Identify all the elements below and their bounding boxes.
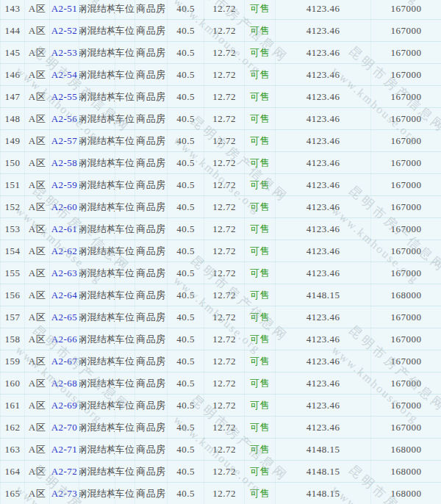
unit-link[interactable]: A2-73	[50, 483, 79, 504]
usage: 车位	[115, 130, 135, 151]
unit-price: 4123.46	[276, 130, 371, 151]
unit-link[interactable]: A2-66	[50, 328, 79, 350]
unit-link[interactable]: A2-54	[50, 64, 79, 85]
row-index: 150	[0, 152, 25, 173]
sale-status: 可售	[245, 395, 276, 416]
inner-area: 12.72	[204, 130, 245, 151]
unit-price: 4123.46	[276, 20, 371, 41]
unit-link[interactable]: A2-55	[50, 86, 79, 107]
unit-price: 4148.15	[276, 439, 371, 460]
inner-area: 12.72	[204, 0, 245, 19]
usage: 车位	[115, 350, 135, 372]
area: 40.5	[168, 306, 204, 328]
area: 40.5	[168, 240, 204, 262]
unit-link[interactable]: A2-64	[50, 284, 79, 306]
table-row: 143A区A2-51钢混结构车位商品房40.512.72可售4123.46167…	[0, 0, 441, 20]
area: 40.5	[168, 0, 204, 19]
unit-link[interactable]: A2-69	[50, 395, 79, 416]
unit-link[interactable]: A2-63	[50, 262, 79, 284]
zone: A区	[25, 439, 50, 460]
unit-price: 4148.15	[276, 461, 371, 482]
unit-link[interactable]: A2-70	[50, 417, 79, 438]
unit-link[interactable]: A2-58	[50, 152, 79, 173]
unit-link[interactable]: A2-67	[50, 350, 79, 372]
usage: 车位	[115, 240, 135, 262]
structure: 钢混结构	[79, 284, 115, 306]
inner-area: 12.72	[204, 240, 245, 262]
table-row: 165A区A2-73钢混结构车位商品房40.512.72可售4148.15168…	[0, 483, 441, 504]
row-index: 158	[0, 328, 25, 350]
property-type: 商品房	[135, 240, 168, 262]
zone: A区	[25, 417, 50, 438]
sale-status: 可售	[245, 130, 276, 151]
inner-area: 12.72	[204, 439, 245, 460]
sale-status: 可售	[245, 439, 276, 460]
unit-price: 4123.46	[276, 64, 371, 85]
unit-price: 4123.46	[276, 372, 371, 394]
zone: A区	[25, 42, 50, 63]
zone: A区	[25, 262, 50, 284]
total-price: 167000	[371, 240, 441, 262]
property-type: 商品房	[135, 350, 168, 372]
table-row: 162A区A2-70钢混结构车位商品房40.512.72可售4123.46167…	[0, 417, 441, 439]
zone: A区	[25, 86, 50, 107]
unit-link[interactable]: A2-53	[50, 42, 79, 63]
structure: 钢混结构	[79, 86, 115, 107]
page: 143A区A2-51钢混结构车位商品房40.512.72可售4123.46167…	[0, 0, 441, 504]
unit-link[interactable]: A2-56	[50, 108, 79, 129]
unit-link[interactable]: A2-59	[50, 174, 79, 195]
row-index: 159	[0, 350, 25, 372]
unit-link[interactable]: A2-51	[50, 0, 79, 19]
unit-link[interactable]: A2-57	[50, 130, 79, 151]
usage: 车位	[115, 395, 135, 416]
total-price: 167000	[371, 218, 441, 240]
unit-link[interactable]: A2-68	[50, 372, 79, 394]
unit-link[interactable]: A2-71	[50, 439, 79, 460]
table-row: 146A区A2-54钢混结构车位商品房40.512.72可售4123.46167…	[0, 64, 441, 86]
property-type: 商品房	[135, 64, 168, 85]
table-row: 150A区A2-58钢混结构车位商品房40.512.72可售4123.46167…	[0, 152, 441, 174]
property-type: 商品房	[135, 372, 168, 394]
row-index: 145	[0, 42, 25, 63]
structure: 钢混结构	[79, 328, 115, 350]
usage: 车位	[115, 64, 135, 85]
structure: 钢混结构	[79, 483, 115, 504]
row-index: 155	[0, 262, 25, 284]
area: 40.5	[168, 196, 204, 217]
total-price: 167000	[371, 395, 441, 416]
inner-area: 12.72	[204, 20, 245, 41]
zone: A区	[25, 174, 50, 195]
unit-link[interactable]: A2-61	[50, 218, 79, 240]
property-type: 商品房	[135, 328, 168, 350]
area: 40.5	[168, 439, 204, 460]
area: 40.5	[168, 350, 204, 372]
usage: 车位	[115, 306, 135, 328]
sale-status: 可售	[245, 328, 276, 350]
unit-link[interactable]: A2-62	[50, 240, 79, 262]
inner-area: 12.72	[204, 284, 245, 306]
unit-link[interactable]: A2-72	[50, 461, 79, 482]
inner-area: 12.72	[204, 86, 245, 107]
property-type: 商品房	[135, 417, 168, 438]
property-type: 商品房	[135, 174, 168, 195]
usage: 车位	[115, 152, 135, 173]
usage: 车位	[115, 483, 135, 504]
unit-link[interactable]: A2-65	[50, 306, 79, 328]
unit-link[interactable]: A2-52	[50, 20, 79, 41]
row-index: 143	[0, 0, 25, 19]
zone: A区	[25, 306, 50, 328]
usage: 车位	[115, 86, 135, 107]
structure: 钢混结构	[79, 439, 115, 460]
sale-status: 可售	[245, 417, 276, 438]
unit-price: 4123.46	[276, 240, 371, 262]
inner-area: 12.72	[204, 64, 245, 85]
unit-link[interactable]: A2-60	[50, 196, 79, 217]
total-price: 167000	[371, 328, 441, 350]
table-row: 157A区A2-65钢混结构车位商品房40.512.72可售4123.46167…	[0, 306, 441, 328]
structure: 钢混结构	[79, 64, 115, 85]
usage: 车位	[115, 262, 135, 284]
row-index: 149	[0, 130, 25, 151]
inner-area: 12.72	[204, 218, 245, 240]
area: 40.5	[168, 284, 204, 306]
table-row: 153A区A2-61钢混结构车位商品房40.512.72可售4123.46167…	[0, 218, 441, 240]
